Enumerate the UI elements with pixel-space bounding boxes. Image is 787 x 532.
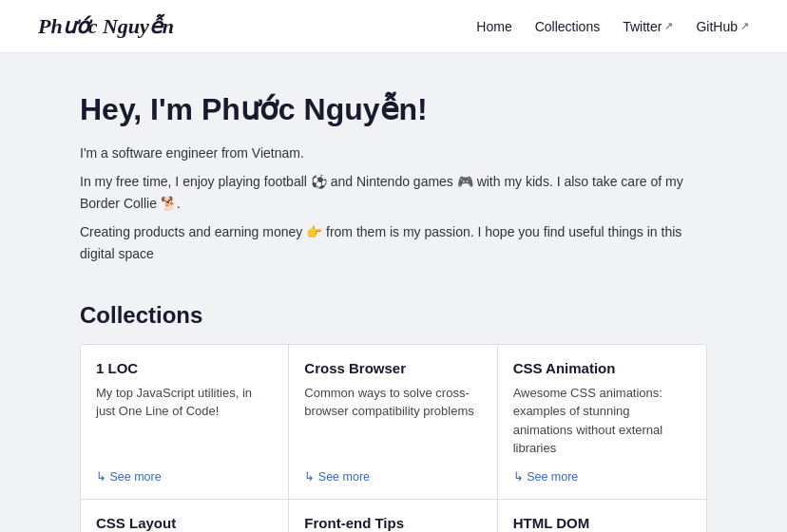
hero-para-1: I'm a software engineer from Vietnam. bbox=[80, 142, 707, 163]
hero-section: Hey, I'm Phước Nguyễn! I'm a software en… bbox=[80, 91, 707, 264]
card-description: Common ways to solve cross-browser compa… bbox=[304, 384, 481, 458]
site-logo: Phước Nguyễn bbox=[38, 14, 174, 39]
card-description: Awesome CSS animations: examples of stun… bbox=[513, 384, 691, 458]
nav-home[interactable]: Home bbox=[476, 19, 511, 34]
collection-card-html-dom[interactable]: HTML DOM Mastering DOM manipulation with… bbox=[498, 500, 706, 532]
card-title: Front-end Tips bbox=[304, 515, 481, 531]
card-title: CSS Layout bbox=[96, 515, 273, 531]
card-see-more-link[interactable]: ↳ See more bbox=[304, 469, 481, 484]
collection-card-cross-browser[interactable]: Cross Browser Common ways to solve cross… bbox=[289, 345, 497, 500]
collection-card-css-animation[interactable]: CSS Animation Awesome CSS animations: ex… bbox=[498, 345, 706, 500]
external-link-icon: ↗ bbox=[740, 20, 749, 32]
nav-github[interactable]: GitHub ↗ bbox=[696, 19, 749, 34]
hero-para-2: In my free time, I enjoy playing footbal… bbox=[80, 171, 707, 214]
collection-card-1loc[interactable]: 1 LOC My top JavaScript utilities, in ju… bbox=[81, 345, 289, 500]
card-title: HTML DOM bbox=[513, 515, 691, 531]
nav-twitter[interactable]: Twitter ↗ bbox=[623, 19, 673, 34]
nav-collections[interactable]: Collections bbox=[535, 19, 600, 34]
card-description: My top JavaScript utilities, in just One… bbox=[96, 384, 273, 458]
collections-heading: Collections bbox=[80, 302, 707, 329]
card-see-more-link[interactable]: ↳ See more bbox=[513, 469, 691, 484]
card-title: 1 LOC bbox=[96, 360, 273, 376]
collection-card-frontend-tips[interactable]: Front-end Tips Front-End development mas… bbox=[289, 500, 497, 532]
collection-card-css-layout[interactable]: CSS Layout A collection of popular CSS l… bbox=[81, 500, 289, 532]
external-link-icon: ↗ bbox=[664, 20, 673, 32]
collections-grid: 1 LOC My top JavaScript utilities, in ju… bbox=[80, 344, 707, 532]
card-title: Cross Browser bbox=[304, 360, 481, 376]
main-content: Hey, I'm Phước Nguyễn! I'm a software en… bbox=[61, 53, 726, 532]
card-see-more-link[interactable]: ↳ See more bbox=[96, 469, 273, 484]
collections-section: Collections 1 LOC My top JavaScript util… bbox=[80, 302, 707, 532]
nav-links: Home Collections Twitter ↗ GitHub ↗ bbox=[476, 19, 749, 34]
hero-heading: Hey, I'm Phước Nguyễn! bbox=[80, 91, 707, 127]
navbar: Phước Nguyễn Home Collections Twitter ↗ … bbox=[0, 0, 787, 53]
card-title: CSS Animation bbox=[513, 360, 691, 376]
hero-para-3: Creating products and earning money 👉 fr… bbox=[80, 221, 707, 264]
